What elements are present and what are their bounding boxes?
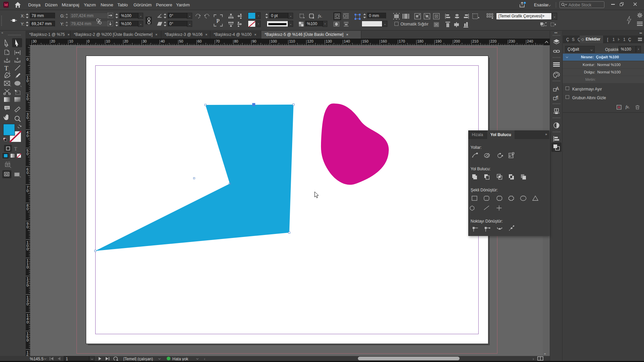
svg-text:T: T [14,146,17,152]
svg-text:T: T [4,65,8,72]
svg-text:Yol Bulucu:: Yol Bulucu: [471,167,491,171]
svg-text:0: 0 [26,97,29,101]
svg-text:10: 10 [106,39,110,43]
svg-text:0: 0 [26,134,29,138]
svg-text:70: 70 [216,39,220,43]
svg-text:0: 0 [26,57,29,61]
svg-text:30: 30 [33,39,37,43]
svg-text:20: 20 [51,39,55,43]
svg-text:180: 180 [417,39,423,43]
svg-text:0: 0 [26,189,29,193]
svg-text:0: 0 [26,225,29,229]
svg-text:0: 0 [88,39,90,43]
svg-text:¶: ¶ [556,95,558,100]
svg-text:170: 170 [399,39,405,43]
svg-text:30: 30 [143,39,147,43]
svg-text:0: 0 [26,338,29,342]
svg-text:0: 0 [26,79,29,83]
svg-text:0: 0 [26,247,29,251]
svg-text:140: 140 [344,39,350,43]
svg-text:Noktayı Dönüştür:: Noktayı Dönüştür: [471,219,503,224]
svg-text:240: 240 [527,39,533,43]
svg-text:220: 220 [490,39,496,43]
svg-text:P: P [216,18,219,24]
svg-text:160: 160 [381,39,387,43]
svg-text:200: 200 [454,39,460,43]
svg-text:0: 0 [26,302,29,306]
svg-text:210: 210 [472,39,478,43]
svg-text:A: A [556,86,559,91]
svg-text:0: 0 [26,152,29,156]
svg-text:230: 230 [509,39,515,43]
svg-text:60: 60 [198,39,202,43]
svg-text:190: 190 [435,39,441,43]
svg-text:Şekli Dönüştür:: Şekli Dönüştür: [471,188,498,192]
svg-text:80: 80 [234,39,238,43]
svg-text:100: 100 [271,39,277,43]
svg-text:40: 40 [161,39,165,43]
svg-text:6: 6 [26,354,29,356]
svg-text:0: 0 [26,171,29,175]
svg-text:0: 0 [26,265,29,269]
svg-text:0: 0 [26,283,29,287]
svg-text:50: 50 [179,39,183,43]
svg-text:0: 0 [26,116,29,120]
svg-text:110: 110 [289,39,295,43]
svg-text:0: 0 [26,207,29,211]
svg-text:10: 10 [69,39,73,43]
svg-text:90: 90 [252,39,256,43]
svg-text:20: 20 [124,39,128,43]
svg-text:150: 150 [362,39,368,43]
svg-text:0: 0 [26,320,29,324]
svg-text:130: 130 [326,39,332,43]
svg-text:120: 120 [307,39,313,43]
